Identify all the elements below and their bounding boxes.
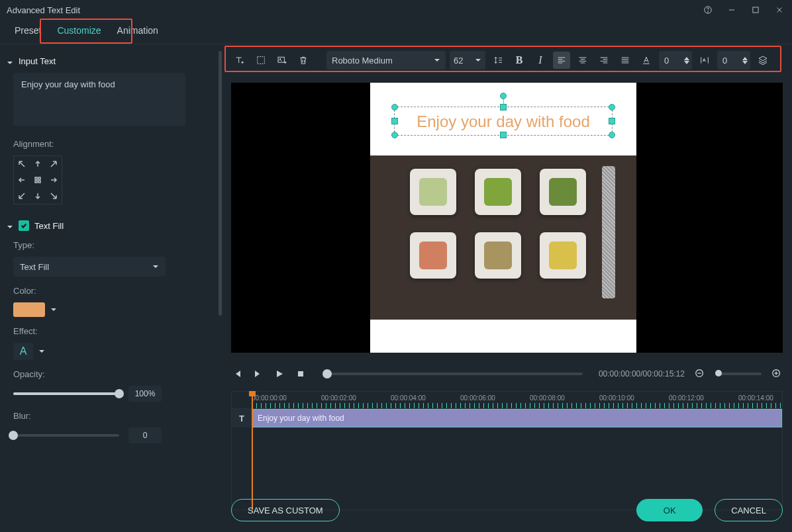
align-top-left[interactable] — [14, 156, 30, 172]
resize-handle[interactable] — [609, 118, 615, 124]
align-bottom-left[interactable] — [14, 188, 30, 204]
resize-handle[interactable] — [391, 132, 398, 138]
svg-point-1 — [708, 11, 709, 12]
text-fill-checkbox[interactable] — [19, 220, 29, 231]
char-spacing-field[interactable]: 0 — [717, 51, 750, 69]
chevron-down-icon — [7, 222, 13, 229]
cancel-button[interactable]: CANCEL — [715, 499, 783, 521]
input-text-field[interactable]: Enjoy your day with food — [13, 73, 185, 126]
resize-handle[interactable] — [500, 132, 507, 138]
align-center-button[interactable] — [574, 52, 591, 69]
zoom-out-button[interactable] — [694, 368, 706, 380]
resize-handle[interactable] — [391, 118, 398, 124]
opacity-value[interactable]: 100% — [128, 386, 162, 402]
bold-button[interactable]: B — [511, 52, 528, 69]
help-icon[interactable] — [702, 4, 714, 16]
add-image-icon[interactable] — [273, 52, 291, 69]
prev-frame-button[interactable] — [231, 368, 243, 380]
window-controls — [702, 4, 785, 16]
section-input-text[interactable]: Input Text — [7, 56, 211, 66]
type-value: Text Fill — [20, 262, 49, 272]
char-spacing-icon[interactable] — [696, 52, 713, 69]
align-left-button[interactable] — [553, 52, 570, 69]
ruler-tick: 00:00:08:00 — [530, 394, 565, 402]
minimize-icon[interactable] — [726, 4, 738, 16]
playhead[interactable] — [252, 392, 253, 510]
effect-swatch[interactable]: A — [13, 343, 33, 360]
effect-label: Effect: — [13, 326, 211, 336]
section-text-fill[interactable]: Text Fill — [7, 220, 211, 231]
timeline-clip[interactable]: Enjoy your day with food — [252, 409, 782, 427]
play-button[interactable] — [273, 368, 285, 380]
timeline: 00:00:00:00 00:00:02:00 00:00:04:00 00:0… — [231, 391, 783, 510]
select-all-icon[interactable] — [252, 52, 270, 69]
chevron-down-icon — [475, 56, 481, 66]
blur-slider[interactable] — [13, 434, 119, 437]
text-color-icon[interactable] — [638, 52, 655, 69]
spinner-arrows[interactable] — [742, 57, 748, 64]
align-top-right[interactable] — [46, 156, 62, 172]
spinner-arrows[interactable] — [684, 57, 689, 64]
rotate-handle[interactable] — [500, 93, 507, 99]
zoom-in-button[interactable] — [771, 368, 783, 380]
font-size-value: 62 — [454, 56, 463, 66]
color-label: Color: — [13, 286, 211, 296]
opacity-slider[interactable] — [13, 392, 119, 395]
next-frame-button[interactable] — [252, 368, 264, 380]
resize-handle[interactable] — [609, 132, 615, 138]
align-bottom[interactable] — [30, 188, 46, 204]
bottom-button-bar: SAVE AS CUSTOM OK CANCEL — [231, 499, 783, 521]
ruler-tick: 00:00:02:00 — [321, 394, 356, 402]
tab-preset[interactable]: Preset — [7, 20, 49, 44]
titlebar: Advanced Text Edit — [0, 0, 792, 20]
chevron-down-icon[interactable] — [50, 305, 57, 315]
resize-handle[interactable] — [609, 104, 615, 111]
align-top[interactable] — [30, 156, 46, 172]
align-left[interactable] — [14, 172, 30, 188]
layers-icon[interactable] — [754, 52, 771, 69]
ruler-tick: 00:00:00:00 — [252, 394, 287, 402]
svg-point-8 — [280, 58, 281, 59]
chevron-down-icon — [7, 58, 13, 65]
add-text-icon[interactable] — [231, 52, 248, 69]
right-panel: Roboto Medium 62 B I 0 — [222, 44, 792, 531]
color-swatch[interactable] — [13, 302, 45, 317]
preview-canvas[interactable]: Enjoy your day with food — [370, 83, 636, 353]
chevron-down-icon[interactable] — [38, 347, 45, 357]
playback-slider[interactable] — [322, 373, 583, 375]
preview-image — [370, 155, 636, 320]
align-right[interactable] — [46, 172, 62, 188]
align-right-button[interactable] — [595, 52, 613, 69]
align-center[interactable] — [30, 172, 46, 188]
zoom-slider[interactable] — [715, 373, 762, 375]
ruler-tick: 00:00:04:00 — [391, 394, 426, 402]
close-icon[interactable] — [773, 4, 785, 16]
delete-icon[interactable] — [295, 52, 312, 69]
type-select[interactable]: Text Fill — [13, 257, 166, 277]
align-justify-button[interactable] — [617, 52, 634, 69]
section-label: Input Text — [19, 56, 56, 66]
chevron-down-icon — [152, 262, 159, 272]
line-spacing-icon[interactable] — [489, 52, 507, 69]
stop-button[interactable] — [295, 368, 307, 380]
tab-animation[interactable]: Animation — [109, 20, 166, 44]
italic-button[interactable]: I — [532, 52, 549, 69]
track-type-icon: T — [232, 409, 252, 427]
font-size-select[interactable]: 62 — [450, 51, 485, 69]
input-text-value: Enjoy your day with food — [21, 79, 115, 89]
line-spacing-value: 0 — [664, 56, 669, 66]
align-bottom-right[interactable] — [46, 188, 62, 204]
ruler-tick: 00:00:06:00 — [460, 394, 495, 402]
line-spacing-field[interactable]: 0 — [659, 51, 692, 69]
save-as-custom-button[interactable]: SAVE AS CUSTOM — [231, 499, 340, 521]
font-select[interactable]: Roboto Medium — [326, 51, 446, 69]
tab-customize[interactable]: Customize — [49, 20, 109, 44]
blur-value[interactable]: 0 — [128, 427, 162, 443]
resize-handle[interactable] — [391, 104, 398, 111]
timeline-ruler[interactable]: 00:00:00:00 00:00:02:00 00:00:04:00 00:0… — [232, 392, 782, 409]
text-bounding-box[interactable]: Enjoy your day with food — [394, 107, 613, 136]
ok-button[interactable]: OK — [636, 499, 703, 521]
playback-controls: 00:00:00:00/00:00:15:12 — [231, 362, 783, 386]
maximize-icon[interactable] — [750, 4, 762, 16]
resize-handle[interactable] — [500, 104, 507, 111]
